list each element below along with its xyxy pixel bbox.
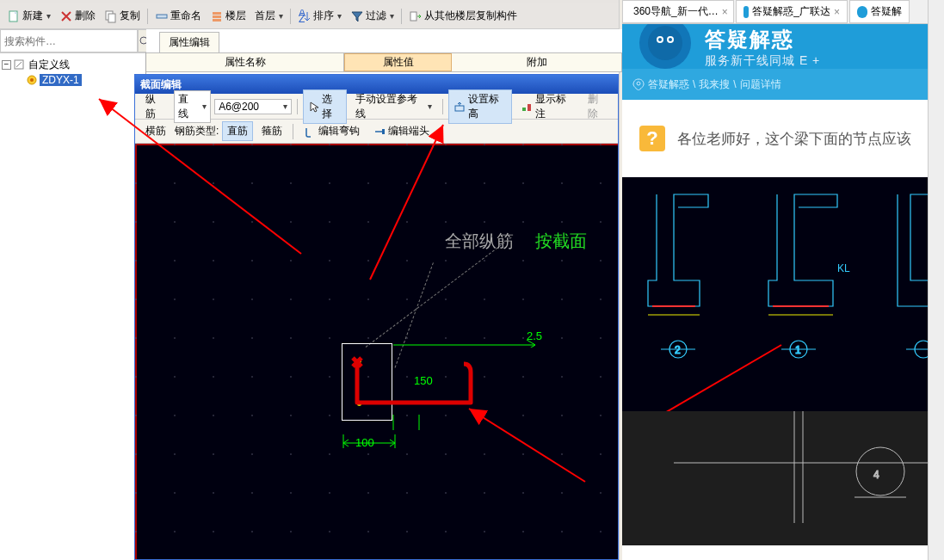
location-icon (632, 78, 645, 90)
svg-rect-20 (382, 129, 385, 134)
straight-rebar-button[interactable]: 直筋 (222, 121, 253, 141)
annotation-icon (521, 101, 532, 113)
tab-favicon-qa-icon (743, 6, 749, 18)
svg-rect-18 (528, 104, 531, 111)
prop-col-name: 属性名称 (146, 53, 344, 71)
floor-icon (210, 9, 224, 23)
section-canvas[interactable]: 全部纵筋 按截面 2.5 150 100 (135, 144, 618, 559)
browser-panel: 360导航_新一代… × 答疑解惑_广联达 × 答疑解 答疑解惑 服务新干线同城… (622, 0, 944, 560)
svg-rect-16 (455, 106, 464, 111)
new-button[interactable]: 新建▾ (3, 7, 54, 25)
collapse-icon[interactable]: − (2, 60, 11, 70)
tree-child-label: ZDYX-1 (40, 74, 82, 86)
question-mark-icon: ? (639, 126, 665, 151)
floor-select[interactable]: 首层▾ (251, 7, 287, 25)
delete-icon (59, 9, 73, 23)
breadcrumb-item[interactable]: 答疑解惑 (648, 77, 689, 92)
copy-from-icon (409, 9, 423, 23)
property-tab[interactable]: 属性编辑 (159, 32, 219, 52)
browser-tab[interactable]: 答疑解 (849, 0, 910, 23)
svg-text:Z: Z (299, 13, 305, 23)
browser-tab[interactable]: 答疑解惑_广联达 × (736, 0, 848, 23)
tree-root-row[interactable]: − 自定义线 (2, 57, 144, 72)
floor-value: 首层 (255, 9, 275, 23)
svg-point-15 (30, 78, 34, 82)
svg-point-36 (669, 38, 672, 41)
manual-ref-line-button[interactable]: 手动设置参考线▾ (350, 89, 437, 124)
delete-button[interactable]: 删除 (56, 7, 99, 25)
svg-rect-3 (157, 15, 167, 18)
svg-text:1: 1 (795, 344, 801, 356)
breadcrumb-item[interactable]: 我来搜 (699, 77, 730, 92)
filter-icon (350, 9, 364, 23)
browser-scrollbar[interactable] (928, 0, 944, 560)
delete-rebar-button: 删除 (583, 89, 613, 124)
copy-from-floor-button[interactable]: 从其他楼层复制构件 (405, 7, 521, 25)
edit-hook-button[interactable]: 编辑弯钩 (299, 121, 365, 141)
cursor-icon (308, 101, 319, 113)
stirrup-button[interactable]: 箍筋 (256, 121, 287, 141)
breadcrumb-sep: \ (693, 78, 695, 90)
tree-root-label: 自定义线 (27, 58, 71, 72)
line-type-combo[interactable]: 直线▾ (174, 90, 211, 123)
filter-label: 过滤 (366, 9, 386, 23)
question-drawing-preview[interactable]: 2 1 KL (622, 177, 944, 411)
svg-rect-6 (213, 19, 221, 22)
sort-label: 排序 (313, 9, 334, 23)
sort-icon: AZ (298, 9, 312, 23)
delete-label: 删除 (75, 9, 96, 23)
property-header: 属性名称 属性值 附加 (146, 53, 622, 72)
elevation-icon (453, 101, 465, 113)
show-annotation-button[interactable]: 显示标注 (515, 89, 579, 124)
svg-point-53 (856, 447, 904, 495)
dropdown-icon: ▾ (46, 11, 51, 21)
qa-logo-icon (639, 24, 691, 69)
tab-close-icon[interactable]: × (834, 6, 840, 18)
main-toolbar: 新建▾ 删除 复制 重命名 楼层 首层▾ AZ 排序▾ 过滤▾ 从其他楼层复制构… (0, 3, 622, 29)
rebar-spec-combo[interactable]: A6@200▾ (214, 99, 292, 114)
dim-150: 150 (414, 374, 433, 387)
copy-label: 复制 (120, 9, 140, 23)
svg-line-13 (16, 62, 22, 67)
tab-close-icon[interactable]: × (722, 6, 728, 18)
svg-point-35 (658, 38, 662, 41)
dim-100: 100 (355, 436, 374, 449)
breadcrumb-item[interactable]: 问题详情 (740, 77, 781, 92)
dropdown-icon: ▾ (337, 11, 342, 21)
rename-icon (155, 9, 169, 23)
rebar-type-label: 钢筋类型: (175, 124, 219, 138)
qa-breadcrumb: 答疑解惑 \ 我来搜 \ 问题详情 (622, 69, 944, 100)
filter-button[interactable]: 过滤▾ (347, 7, 398, 25)
answer-drawing-preview[interactable]: 4 (622, 411, 944, 545)
svg-point-32 (648, 26, 682, 60)
component-tree: − 自定义线 ZDYX-1 (0, 53, 145, 91)
question-text: 各位老师好，这个梁下面的节点应该 (677, 129, 911, 149)
prop-col-value[interactable]: 属性值 (344, 53, 452, 71)
browser-tab-bar: 360导航_新一代… × 答疑解惑_广联达 × 答疑解 (622, 0, 944, 24)
svg-text:4: 4 (873, 469, 879, 481)
copy-icon (104, 9, 118, 23)
sort-button[interactable]: AZ 排序▾ (294, 7, 345, 25)
component-icon (26, 74, 38, 86)
floor-button[interactable]: 楼层 (207, 7, 250, 25)
new-icon (7, 9, 21, 23)
copy-button[interactable]: 复制 (101, 7, 144, 25)
copy-from-label: 从其他楼层复制构件 (424, 9, 517, 23)
hook-icon (304, 126, 316, 138)
tree-child-row[interactable]: ZDYX-1 (2, 72, 144, 88)
dropdown-icon: ▾ (279, 11, 283, 21)
question-row: ? 各位老师好，这个梁下面的节点应该 (622, 100, 944, 177)
select-button[interactable]: 选择 (303, 89, 347, 124)
browser-tab[interactable]: 360导航_新一代… × (622, 0, 734, 23)
new-label: 新建 (22, 9, 43, 23)
svg-text:2: 2 (675, 344, 681, 356)
svg-rect-5 (213, 15, 221, 18)
longitudinal-rebar-button[interactable]: 纵筋 (140, 89, 170, 124)
svg-text:KL: KL (837, 262, 850, 274)
set-elevation-button[interactable]: 设置标高 (448, 89, 512, 124)
edit-end-button[interactable]: 编辑端头 (368, 121, 435, 141)
rename-button[interactable]: 重命名 (151, 7, 205, 25)
search-input[interactable] (0, 29, 138, 52)
svg-rect-2 (108, 14, 115, 22)
transverse-rebar-button[interactable]: 横筋 (140, 121, 171, 141)
